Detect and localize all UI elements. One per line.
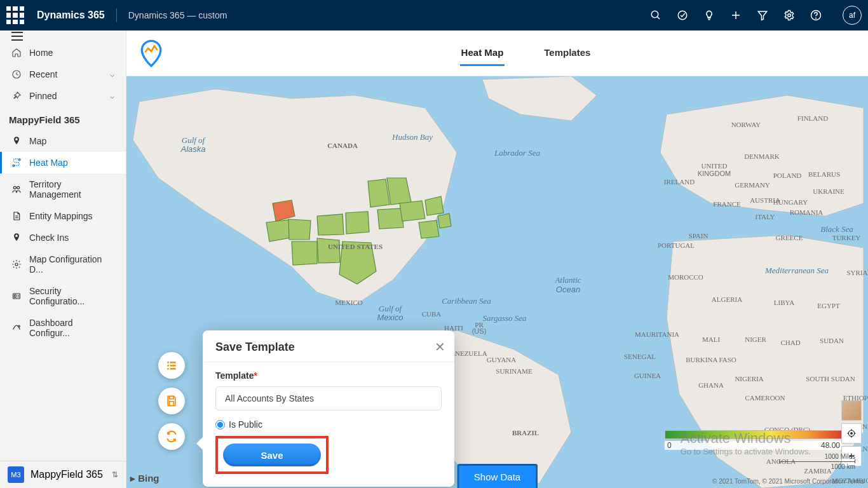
sidebar-item-recent[interactable]: Recent ⌵ <box>0 64 126 85</box>
svg-rect-90 <box>170 362 176 363</box>
svg-rect-92 <box>170 365 176 367</box>
bing-logo: ▸ Bing <box>130 473 159 484</box>
windows-watermark: Activate Windows Go to Settings to activ… <box>681 430 811 456</box>
svg-text:BELARUS: BELARUS <box>808 170 840 178</box>
svg-text:NIGERIA: NIGERIA <box>735 375 763 383</box>
sidebar: Home Recent ⌵ Pinned ⌵ MappyField 365 Ma… <box>0 30 126 488</box>
user-avatar[interactable]: af <box>843 6 862 25</box>
svg-text:ITALY: ITALY <box>755 213 775 220</box>
sidebar-item-pinned[interactable]: Pinned ⌵ <box>0 85 126 107</box>
add-icon[interactable] <box>729 9 742 22</box>
sidebar-item-home[interactable]: Home <box>0 42 126 64</box>
svg-text:Mediterranean Sea: Mediterranean Sea <box>764 266 829 275</box>
svg-text:HUNGARY: HUNGARY <box>773 198 808 206</box>
updown-icon: ⇅ <box>112 470 118 479</box>
sidebar-item-security-config[interactable]: Security Configuratio... <box>0 280 126 312</box>
nav-label: Entity Mappings <box>29 211 93 221</box>
sidebar-item-map[interactable]: Map <box>0 130 126 152</box>
svg-text:GREECE: GREECE <box>776 234 803 241</box>
search-icon[interactable] <box>649 9 662 22</box>
svg-text:SUDAN: SUDAN <box>820 337 844 344</box>
dialog-title: Save Template <box>203 330 454 362</box>
svg-rect-96 <box>170 402 174 406</box>
tab-templates[interactable]: Templates <box>543 41 592 66</box>
is-public-radio[interactable] <box>215 420 225 430</box>
svg-text:CUBA: CUBA <box>422 310 442 318</box>
svg-text:SPAIN: SPAIN <box>689 232 709 240</box>
clock-icon <box>11 69 22 79</box>
svg-text:Gulf ofAlaska: Gulf ofAlaska <box>180 135 206 154</box>
save-highlight: Save <box>215 436 329 474</box>
sidebar-item-map-config[interactable]: Map Configuration D... <box>0 248 126 280</box>
svg-text:CAMEROON: CAMEROON <box>745 394 785 402</box>
close-button[interactable]: ✕ <box>435 339 445 355</box>
svg-point-16 <box>15 263 18 266</box>
home-icon <box>11 48 22 58</box>
task-icon[interactable] <box>676 9 689 22</box>
tabbar: Heat Map Templates <box>126 30 868 76</box>
save-template-dialog: Save Template ✕ Template* Is Public Save <box>203 330 454 487</box>
svg-text:Gulf ofMexico: Gulf ofMexico <box>377 304 403 322</box>
svg-point-13 <box>17 186 20 189</box>
svg-rect-95 <box>170 396 174 399</box>
svg-text:Sargasso Sea: Sargasso Sea <box>482 313 527 323</box>
svg-text:FRANCE: FRANCE <box>713 200 741 208</box>
svg-text:GHANA: GHANA <box>698 381 724 389</box>
app-label: MappyField 365 <box>31 469 103 480</box>
legend-max: 48.00 <box>821 441 840 450</box>
svg-text:Hudson Bay: Hudson Bay <box>391 132 433 142</box>
svg-text:DENMARK: DENMARK <box>744 152 780 160</box>
help-icon[interactable] <box>810 9 822 22</box>
svg-text:MALI: MALI <box>702 336 720 343</box>
filter-icon[interactable] <box>756 9 769 22</box>
list-button[interactable] <box>158 352 185 379</box>
save-template-button[interactable] <box>158 388 185 414</box>
svg-point-10 <box>13 165 15 166</box>
map-action-buttons <box>158 352 185 450</box>
sidebar-item-check-ins[interactable]: Check Ins <box>0 227 126 248</box>
app-launcher-icon[interactable] <box>6 6 24 24</box>
svg-rect-94 <box>170 368 176 370</box>
sidebar-toggle[interactable] <box>0 30 126 42</box>
svg-text:MOROCCO: MOROCCO <box>668 273 703 281</box>
svg-text:GUYANA: GUYANA <box>487 356 517 363</box>
sidebar-item-heat-map[interactable]: Heat Map <box>0 152 126 173</box>
refresh-button[interactable] <box>158 423 185 450</box>
nav-label: Home <box>29 48 53 58</box>
sidebar-item-dashboard-config[interactable]: Dashboard Configur... <box>0 312 126 344</box>
svg-point-11 <box>18 159 20 161</box>
svg-point-12 <box>13 186 16 189</box>
sidebar-item-territory[interactable]: Territory Management <box>0 173 126 205</box>
svg-text:Black Sea: Black Sea <box>820 224 853 234</box>
map-layer-button[interactable] <box>841 400 862 421</box>
settings-icon[interactable] <box>783 9 796 22</box>
environment-label: Dynamics 365 — custom <box>128 10 227 20</box>
svg-text:BRAZIL: BRAZIL <box>512 429 539 437</box>
svg-text:LIBYA: LIBYA <box>774 299 794 306</box>
tab-heat-map[interactable]: Heat Map <box>460 41 505 66</box>
nav-group-title: MappyField 365 <box>0 107 126 130</box>
template-name-input[interactable] <box>215 386 442 410</box>
content-area: Heat Map Templates <box>126 30 868 488</box>
map-canvas[interactable]: CANADA UNITED STATES MEXICO CUBA HAITI P… <box>126 76 868 488</box>
svg-rect-91 <box>167 365 169 367</box>
save-button[interactable]: Save <box>223 444 321 466</box>
svg-text:GERMANY: GERMANY <box>735 181 770 189</box>
svg-text:TURKEY: TURKEY <box>832 234 861 241</box>
template-label: Template* <box>215 370 257 381</box>
mappin-icon <box>11 136 22 146</box>
svg-text:MEXICO: MEXICO <box>335 299 362 306</box>
show-data-button[interactable]: Show Data <box>457 464 538 488</box>
document-icon <box>11 211 22 221</box>
sidebar-app-switcher[interactable]: M3 MappyField 365 ⇅ <box>0 461 126 488</box>
svg-text:BURKINA FASO: BURKINA FASO <box>686 356 736 363</box>
sidebar-item-entity-mappings[interactable]: Entity Mappings <box>0 205 126 227</box>
svg-text:AtlanticOcean: AtlanticOcean <box>554 275 581 294</box>
nav-label: Territory Management <box>29 179 114 200</box>
svg-text:ALGERIA: ALGERIA <box>712 295 742 303</box>
lightbulb-icon[interactable] <box>703 9 715 22</box>
svg-marker-5 <box>758 11 767 20</box>
svg-text:Labrador Sea: Labrador Sea <box>494 148 540 158</box>
locate-me-button[interactable] <box>841 423 862 444</box>
svg-text:UNITED STATES: UNITED STATES <box>328 243 383 250</box>
